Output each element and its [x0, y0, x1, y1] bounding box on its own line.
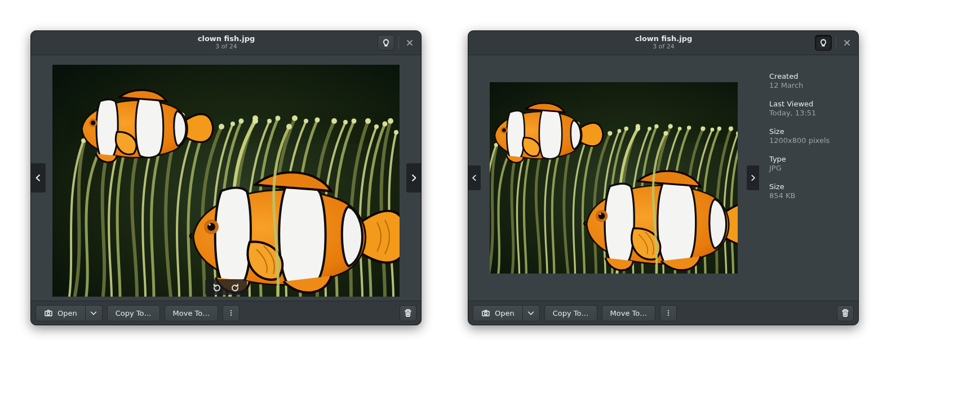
move-to-button[interactable]: Move To…	[602, 305, 656, 321]
image-canvas[interactable]	[31, 55, 421, 301]
meta-label-type: Type	[769, 155, 848, 163]
meta-label-dimensions: Size	[769, 127, 848, 136]
meta-value-created: 12 March	[769, 81, 848, 89]
open-button-label: Open	[495, 309, 515, 317]
move-to-label: Move To…	[173, 309, 210, 317]
titlebar[interactable]: clown fish.jpg 3 of 24	[468, 31, 858, 55]
meta-filesize: Size 854 KB	[769, 182, 848, 200]
titlebar-separator	[398, 37, 399, 49]
title-block: clown fish.jpg 3 of 24	[513, 35, 814, 51]
meta-value-dimensions: 1200x800 pixels	[769, 136, 848, 145]
copy-to-button[interactable]: Copy To…	[544, 305, 597, 321]
image-counter: 3 of 24	[513, 43, 814, 51]
chevron-right-icon	[749, 174, 757, 182]
trash-button[interactable]	[837, 305, 854, 321]
image-canvas[interactable]	[468, 55, 759, 301]
chevron-left-icon	[471, 174, 478, 182]
more-actions-button[interactable]	[223, 305, 240, 321]
titlebar[interactable]: clown fish.jpg 3 of 24	[31, 31, 421, 55]
app-icon	[481, 308, 490, 317]
rotate-cw-icon	[230, 283, 240, 292]
open-button-group: Open	[36, 305, 103, 321]
close-icon	[843, 39, 851, 47]
close-button[interactable]	[839, 35, 855, 51]
open-button-group: Open	[473, 305, 540, 321]
title-block: clown fish.jpg 3 of 24	[76, 35, 376, 51]
rotate-ccw-icon	[212, 283, 221, 292]
meta-type: Type JPG	[769, 155, 848, 172]
meta-dimensions: Size 1200x800 pixels	[769, 127, 848, 145]
image-counter: 3 of 24	[76, 43, 376, 51]
rotate-ccw-button[interactable]	[212, 282, 222, 292]
rotate-toolbar	[205, 279, 247, 295]
more-vertical-icon	[227, 309, 235, 317]
meta-label-filesize: Size	[769, 182, 848, 191]
meta-label-created: Created	[769, 72, 848, 80]
rotate-cw-button[interactable]	[230, 282, 240, 292]
action-bar: Open Copy To… Move To…	[468, 301, 858, 325]
move-to-button[interactable]: Move To…	[165, 305, 219, 321]
move-to-label: Move To…	[610, 309, 648, 317]
lightbulb-icon	[819, 38, 828, 47]
lightbulb-icon	[382, 38, 391, 47]
open-button-label: Open	[57, 309, 77, 317]
displayed-image	[490, 82, 738, 274]
meta-label-viewed: Last Viewed	[769, 100, 848, 108]
more-vertical-icon	[664, 309, 672, 317]
action-bar: Open Copy To… Move To…	[31, 301, 421, 325]
window-title: clown fish.jpg	[513, 35, 814, 43]
meta-last-viewed: Last Viewed Today, 13:51	[769, 100, 848, 117]
open-button[interactable]: Open	[473, 305, 523, 321]
app-icon	[44, 308, 53, 317]
meta-value-viewed: Today, 13:51	[769, 109, 848, 117]
previous-image-button[interactable]	[31, 163, 46, 192]
properties-toggle-button[interactable]	[378, 35, 394, 51]
close-icon	[406, 39, 414, 47]
next-image-button[interactable]	[747, 165, 759, 190]
meta-value-type: JPG	[769, 164, 848, 172]
copy-to-label: Copy To…	[553, 309, 589, 317]
chevron-right-icon	[409, 173, 418, 182]
image-viewer-window-details: clown fish.jpg 3 of 24	[468, 30, 859, 325]
trash-button[interactable]	[400, 305, 416, 321]
meta-created: Created 12 March	[769, 72, 848, 89]
chevron-down-icon	[90, 309, 97, 317]
trash-icon	[841, 308, 850, 317]
chevron-down-icon	[527, 309, 535, 317]
window-title: clown fish.jpg	[76, 35, 376, 43]
properties-toggle-button[interactable]	[815, 35, 832, 51]
displayed-image	[52, 65, 400, 297]
more-actions-button[interactable]	[660, 305, 677, 321]
image-viewer-window-normal: clown fish.jpg 3 of 24	[30, 30, 422, 325]
meta-value-filesize: 854 KB	[769, 191, 848, 200]
previous-image-button[interactable]	[468, 165, 481, 190]
open-button[interactable]: Open	[36, 305, 86, 321]
copy-to-button[interactable]: Copy To…	[107, 305, 160, 321]
chevron-left-icon	[34, 173, 43, 182]
open-with-menu-button[interactable]	[523, 305, 540, 321]
trash-icon	[403, 308, 413, 317]
next-image-button[interactable]	[406, 163, 421, 192]
properties-sidebar: Created 12 March Last Viewed Today, 13:5…	[759, 55, 858, 301]
titlebar-separator	[836, 37, 836, 49]
close-button[interactable]	[402, 35, 418, 51]
open-with-menu-button[interactable]	[86, 305, 103, 321]
copy-to-label: Copy To…	[116, 309, 152, 317]
